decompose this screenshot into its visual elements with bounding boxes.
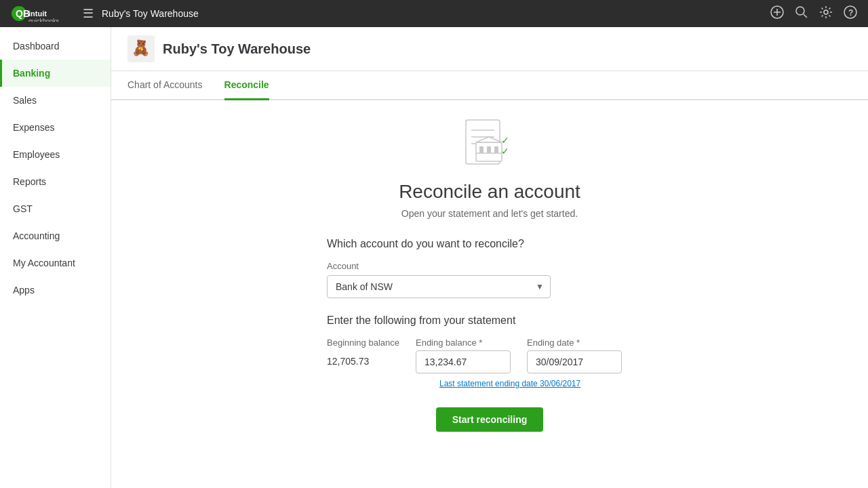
topbar-company-name: Ruby's Toy Warehouse — [102, 8, 199, 19]
beginning-balance-label: Beginning balance — [327, 338, 399, 348]
topbar-right-icons: ? — [770, 5, 857, 22]
bank-icon: ✓ ✓ — [459, 117, 520, 167]
svg-point-9 — [824, 10, 828, 14]
sidebar-item-dashboard[interactable]: Dashboard — [0, 33, 111, 60]
account-select-wrapper: Account Bank of NSW ▼ — [327, 261, 652, 298]
account-label: Account — [327, 261, 652, 271]
company-name: Ruby's Toy Warehouse — [163, 41, 311, 57]
svg-rect-20 — [479, 146, 484, 153]
svg-line-8 — [804, 14, 807, 18]
ending-date-field: Ending date * — [527, 338, 622, 373]
svg-rect-22 — [494, 146, 498, 153]
account-select[interactable]: Bank of NSW — [327, 275, 551, 298]
reconcile-form: Which account do you want to reconcile? … — [327, 238, 652, 432]
settings-icon[interactable] — [819, 5, 833, 22]
svg-text:QB: QB — [16, 8, 30, 19]
svg-rect-21 — [487, 146, 491, 153]
ending-date-input[interactable] — [527, 350, 622, 373]
help-icon[interactable]: ? — [844, 5, 857, 22]
ending-balance-field: Ending balance * — [416, 338, 511, 373]
add-icon[interactable] — [770, 5, 784, 22]
reconcile-panel: ✓ ✓ Reconcile an account Open your state… — [111, 100, 868, 488]
reconcile-subtitle: Open your statement and let's get starte… — [401, 208, 578, 219]
topbar: QB intuit quickbooks ☰ Ruby's Toy Wareho… — [0, 0, 868, 27]
sidebar-item-employees[interactable]: Employees — [0, 141, 111, 168]
svg-text:?: ? — [848, 8, 853, 18]
svg-text:quickbooks: quickbooks — [28, 18, 60, 22]
svg-text:intuit: intuit — [28, 9, 47, 18]
sidebar: Dashboard Banking Sales Expenses Employe… — [0, 27, 111, 488]
beginning-balance-field: Beginning balance 12,705.73 — [327, 338, 399, 372]
tab-chart-of-accounts[interactable]: Chart of Accounts — [127, 71, 203, 100]
reconcile-title: Reconcile an account — [399, 181, 580, 203]
sidebar-item-accounting[interactable]: Accounting — [0, 222, 111, 249]
sidebar-item-banking[interactable]: Banking — [0, 60, 111, 87]
svg-point-7 — [796, 7, 804, 15]
company-header: 🧸 Ruby's Toy Warehouse — [111, 27, 868, 71]
tab-reconcile[interactable]: Reconcile — [224, 71, 269, 100]
sidebar-item-gst[interactable]: GST — [0, 195, 111, 222]
start-reconciling-button[interactable]: Start reconciling — [436, 407, 543, 432]
ending-date-label: Ending date * — [527, 338, 622, 348]
last-statement-link[interactable]: Last statement ending date 30/06/2017 — [439, 379, 652, 388]
search-icon[interactable] — [795, 5, 808, 22]
beginning-balance-value: 12,705.73 — [327, 350, 399, 372]
sidebar-item-expenses[interactable]: Expenses — [0, 114, 111, 141]
statement-section-title: Enter the following from your statement — [327, 314, 652, 327]
sidebar-item-reports[interactable]: Reports — [0, 168, 111, 195]
main-layout: Dashboard Banking Sales Expenses Employe… — [0, 27, 868, 488]
ending-balance-label: Ending balance * — [416, 338, 511, 348]
hamburger-icon[interactable]: ☰ — [83, 6, 94, 21]
company-logo: 🧸 — [127, 35, 155, 62]
svg-text:✓: ✓ — [501, 146, 509, 157]
svg-text:✓: ✓ — [501, 135, 509, 146]
sidebar-item-my-accountant[interactable]: My Accountant — [0, 249, 111, 277]
main-content: 🧸 Ruby's Toy Warehouse Chart of Accounts… — [111, 27, 868, 488]
ending-balance-input[interactable] — [416, 350, 511, 373]
quickbooks-logo: QB intuit quickbooks — [11, 5, 72, 22]
bank-icon-container: ✓ ✓ — [459, 117, 520, 170]
svg-marker-19 — [476, 137, 502, 142]
svg-text:🧸: 🧸 — [132, 39, 151, 57]
company-logo-image: 🧸 — [129, 37, 153, 61]
sidebar-item-apps[interactable]: Apps — [0, 277, 111, 304]
account-question: Which account do you want to reconcile? — [327, 238, 652, 250]
sidebar-item-sales[interactable]: Sales — [0, 87, 111, 114]
tabs-bar: Chart of Accounts Reconcile — [111, 71, 868, 100]
balance-row: Beginning balance 12,705.73 Ending balan… — [327, 338, 652, 373]
logo-area: QB intuit quickbooks — [11, 5, 72, 22]
